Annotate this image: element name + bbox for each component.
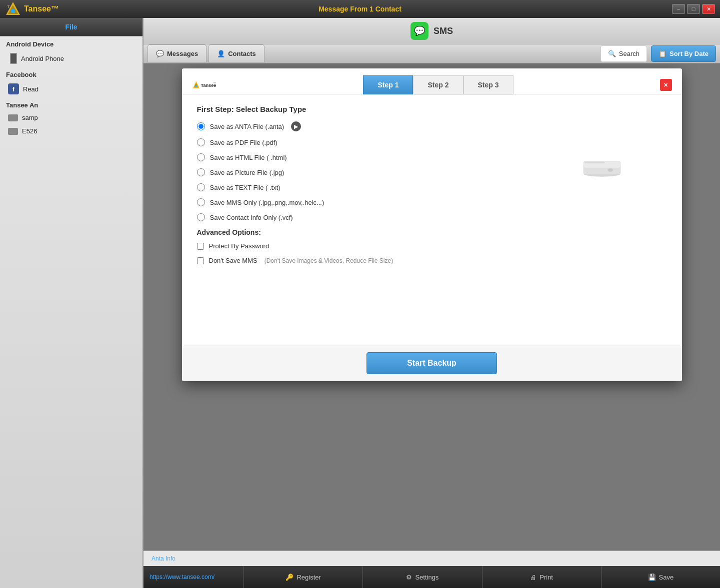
contacts-tab-label: Contacts — [228, 50, 256, 57]
search-button[interactable]: 🔍 Search — [600, 45, 647, 62]
modal-close-button[interactable]: × — [660, 79, 672, 91]
option-pdf[interactable]: Save as PDF File (.pdf) — [197, 138, 667, 146]
checkbox-nomms[interactable] — [197, 257, 204, 264]
checkbox-password[interactable] — [197, 243, 204, 250]
facebook-section-header: Facebook — [0, 67, 142, 80]
save-icon: 💾 — [648, 574, 656, 581]
svg-text:TM: TM — [212, 82, 216, 84]
printer-icon: 🖨 — [530, 574, 536, 581]
sms-label: SMS — [434, 26, 453, 36]
app-name: Tansee™ — [24, 4, 59, 13]
tansee-modal-logo: Tansee TM — [192, 78, 217, 92]
radio-anta[interactable] — [197, 122, 205, 130]
step3-button[interactable]: Step 3 — [464, 75, 514, 94]
android-phone-label: Android Phone — [21, 55, 64, 62]
modal-overlay: Tansee TM Step 1 Step 2 Step 3 × — [144, 63, 720, 551]
radio-jpg-label: Save as Picture File (.jpg) — [210, 169, 284, 176]
checkbox-nomms-label: Don't Save MMS — [209, 257, 258, 264]
app-body: File Android Device Android Phone Facebo… — [0, 18, 720, 588]
option-anta[interactable]: Save as ANTA File (.anta) ▶ — [197, 121, 667, 131]
nav-tabs: 💬 Messages 👤 Contacts 🔍 Search 📋 Sort By… — [144, 44, 720, 63]
drive2-icon — [8, 128, 18, 135]
radio-txt[interactable] — [197, 183, 205, 191]
sidebar-item-facebook[interactable]: f Read — [0, 80, 142, 97]
settings-button[interactable]: ⚙ Settings — [362, 566, 482, 588]
radio-jpg[interactable] — [197, 168, 205, 176]
radio-vcf[interactable] — [197, 213, 205, 221]
close-button[interactable]: ✕ — [702, 4, 715, 14]
tansee-logo-icon: T — [5, 1, 21, 17]
title-bar: T Tansee™ Message From 1 Contact − □ ✕ — [0, 0, 720, 18]
sort-label: Sort By Date — [670, 50, 708, 57]
option-password[interactable]: Protect By Password — [197, 242, 667, 250]
step2-button[interactable]: Step 2 — [413, 75, 463, 94]
anta-info-label: Anta Info — [152, 555, 176, 562]
window-controls: − □ ✕ — [672, 4, 715, 14]
modal-body: First Step: Select Backup Type Save as A… — [182, 95, 682, 345]
drive-icon — [8, 114, 18, 121]
sidebar: File Android Device Android Phone Facebo… — [0, 18, 144, 588]
sidebar-file-tab[interactable]: File — [0, 18, 142, 36]
save-button[interactable]: 💾 Save — [601, 566, 720, 588]
drive-decoration-icon — [582, 155, 622, 182]
print-label: Print — [540, 574, 553, 581]
svg-point-12 — [608, 168, 613, 172]
info-arrow-icon[interactable]: ▶ — [291, 121, 301, 131]
print-button[interactable]: 🖨 Print — [482, 566, 601, 588]
checkbox-password-label: Protect By Password — [209, 242, 270, 250]
backup-modal: Tansee TM Step 1 Step 2 Step 3 × — [182, 68, 682, 381]
sms-header: 💬 SMS — [150, 22, 714, 40]
maximize-button[interactable]: □ — [687, 4, 700, 14]
sidebar-item-tansee2[interactable]: E526 — [0, 124, 142, 138]
app-logo: T Tansee™ — [5, 1, 59, 17]
modal-header: Tansee TM Step 1 Step 2 Step 3 × — [182, 68, 682, 95]
svg-text:T: T — [8, 5, 10, 8]
register-button[interactable]: 🔑 Register — [244, 566, 362, 588]
facebook-icon: f — [8, 83, 19, 94]
sort-by-date-button[interactable]: 📋 Sort By Date — [651, 45, 716, 62]
modal-steps: Step 1 Step 2 Step 3 — [225, 75, 652, 94]
save-label: Save — [659, 574, 674, 581]
register-label: Register — [296, 574, 320, 581]
phone-icon — [10, 53, 17, 64]
option-mms[interactable]: Save MMS Only (.jpg,.png,.mov,.heic...) — [197, 198, 667, 206]
sidebar-item-tansee1[interactable]: samp — [0, 111, 142, 124]
start-backup-button[interactable]: Start Backup — [366, 352, 497, 374]
tansee-item2-label: E526 — [22, 127, 37, 135]
radio-pdf[interactable] — [197, 138, 205, 146]
minimize-button[interactable]: − — [672, 4, 685, 14]
tab-contacts[interactable]: 👤 Contacts — [208, 44, 264, 63]
radio-vcf-label: Save Contact Info Only (.vcf) — [210, 214, 293, 221]
option-nomms[interactable]: Don't Save MMS (Don't Save Images & Vide… — [197, 257, 667, 264]
modal-footer: Start Backup — [182, 345, 682, 381]
radio-mms-label: Save MMS Only (.jpg,.png,.mov,.heic...) — [210, 199, 324, 206]
sidebar-item-android-phone[interactable]: Android Phone — [0, 50, 142, 67]
search-label: Search — [619, 50, 640, 57]
radio-mms[interactable] — [197, 198, 205, 206]
window-title: Message From 1 Contact — [318, 5, 402, 13]
modal-logo: Tansee TM — [192, 78, 217, 92]
tab-messages[interactable]: 💬 Messages — [148, 44, 206, 63]
facebook-label: Read — [23, 85, 38, 93]
settings-label: Settings — [415, 574, 438, 581]
sort-icon: 📋 — [658, 50, 666, 57]
footer-anta-info[interactable]: Anta Info — [144, 551, 720, 566]
search-icon: 🔍 — [608, 50, 616, 57]
section-title: First Step: Select Backup Type — [197, 105, 667, 113]
advanced-options-title: Advanced Options: — [197, 228, 667, 236]
radio-txt-label: Save as TEXT File ( .txt) — [210, 184, 280, 191]
contacts-icon: 👤 — [217, 50, 225, 57]
main-content: 💬 SMS 💬 Messages 👤 Contacts 🔍 Search 📋 S… — [144, 18, 720, 588]
sms-icon: 💬 — [410, 22, 428, 40]
option-txt[interactable]: Save as TEXT File ( .txt) — [197, 183, 667, 191]
footer-url[interactable]: https://www.tansee.com/ — [144, 574, 244, 581]
gear-icon: ⚙ — [406, 574, 412, 581]
tansee-section-header: Tansee An — [0, 97, 142, 111]
step1-button[interactable]: Step 1 — [363, 75, 413, 94]
top-toolbar: 💬 SMS — [144, 18, 720, 44]
tansee-item1-label: samp — [22, 114, 38, 121]
option-vcf[interactable]: Save Contact Info Only (.vcf) — [197, 213, 667, 221]
content-area: 2023 PM ages: 3 MMS: 1 Tansee — [144, 63, 720, 551]
svg-rect-13 — [584, 162, 604, 163]
radio-html[interactable] — [197, 153, 205, 161]
